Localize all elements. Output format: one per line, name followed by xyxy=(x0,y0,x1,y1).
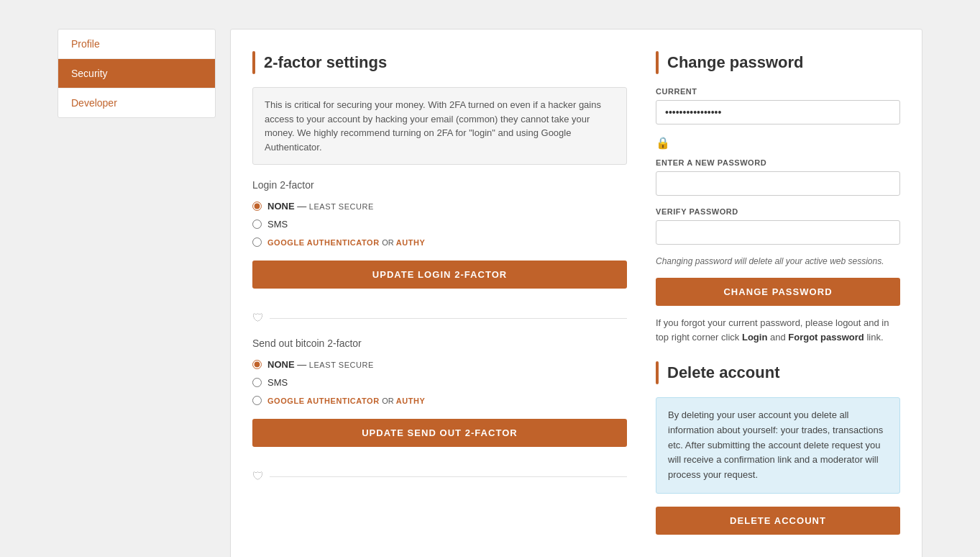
sendout-none-label: NONE — LEAST SECURE xyxy=(267,359,374,370)
verify-password-input[interactable] xyxy=(656,220,900,245)
change-password-button[interactable]: CHANGE PASSWORD xyxy=(656,278,900,306)
sendout-2fa-label: Send out bitcoin 2-factor xyxy=(252,338,627,349)
da-section-bar xyxy=(656,361,659,384)
lock-icon: 🔒 xyxy=(656,136,670,150)
two-factor-title: 2-factor settings xyxy=(264,53,387,72)
login-2fa-section: Login 2-factor NONE — LEAST SECURE SMS xyxy=(252,179,627,299)
sidebar: Profile Security Developer xyxy=(58,29,216,118)
sendout-divider: 🛡 xyxy=(252,470,627,483)
verify-password-group: VERIFY PASSWORD xyxy=(656,207,900,245)
login-none-label: NONE — LEAST SECURE xyxy=(267,201,374,212)
sidebar-item-profile[interactable]: Profile xyxy=(58,30,215,59)
sendout-2fa-section: Send out bitcoin 2-factor NONE — LEAST S… xyxy=(252,338,627,457)
sidebar-item-security[interactable]: Security xyxy=(58,59,215,89)
sendout-radio-group: NONE — LEAST SECURE SMS GOOGLE xyxy=(252,359,627,406)
sendout-none-radio[interactable] xyxy=(252,360,262,369)
sendout-ga-label: GOOGLE AUTHENTICATOR OR AUTHY xyxy=(267,395,425,406)
delete-account-info-box: By deleting your user account you delete… xyxy=(656,397,900,494)
delete-account-header: Delete account xyxy=(656,361,900,384)
delete-account-button[interactable]: DELETE ACCOUNT xyxy=(656,507,900,535)
section-bar xyxy=(252,51,255,74)
shield-icon-login: 🛡 xyxy=(252,312,264,325)
delete-account-section: Delete account By deleting your user acc… xyxy=(656,361,900,545)
cp-section-bar xyxy=(656,51,659,74)
current-password-label: CURRENT xyxy=(656,87,900,96)
login-ga-radio[interactable] xyxy=(252,237,262,247)
new-password-label: ENTER A NEW PASSWORD xyxy=(656,158,900,167)
lock-icon-row: 🔒 xyxy=(656,136,900,150)
sendout-ga-radio[interactable] xyxy=(252,396,262,405)
forgot-password-text: If you forgot your current password, ple… xyxy=(656,316,900,344)
main-content: 2-factor settings This is critical for s… xyxy=(230,29,922,557)
two-factor-info-box: This is critical for securing your money… xyxy=(252,87,627,165)
sidebar-item-developer[interactable]: Developer xyxy=(58,89,215,117)
update-login-2fa-button[interactable]: UPDATE LOGIN 2-FACTOR xyxy=(252,261,627,289)
sendout-sms-label: SMS xyxy=(267,377,288,388)
verify-password-label: VERIFY PASSWORD xyxy=(656,207,900,216)
two-factor-header: 2-factor settings xyxy=(252,51,627,74)
sendout-sms-radio[interactable] xyxy=(252,378,262,387)
login-option-sms: SMS xyxy=(252,219,627,230)
login-none-radio[interactable] xyxy=(252,201,262,211)
current-password-input[interactable] xyxy=(656,100,900,124)
login-sms-radio[interactable] xyxy=(252,219,262,229)
login-option-none: NONE — LEAST SECURE xyxy=(252,201,627,212)
change-password-title: Change password xyxy=(667,53,803,72)
right-panel: Change password CURRENT 🔒 ENTER A NEW PA… xyxy=(656,51,900,545)
sendout-option-none: NONE — LEAST SECURE xyxy=(252,359,627,370)
update-sendout-2fa-button[interactable]: UPDATE SEND OUT 2-FACTOR xyxy=(252,419,627,447)
sendout-option-ga: GOOGLE AUTHENTICATOR OR AUTHY xyxy=(252,395,627,406)
shield-icon-sendout: 🛡 xyxy=(252,470,264,483)
new-password-input[interactable] xyxy=(656,171,900,196)
login-sms-label: SMS xyxy=(267,219,288,230)
sendout-option-sms: SMS xyxy=(252,377,627,388)
two-factor-panel: 2-factor settings This is critical for s… xyxy=(252,51,627,545)
new-password-group: ENTER A NEW PASSWORD xyxy=(656,158,900,196)
change-password-note: Changing password will delete all your a… xyxy=(656,256,900,266)
change-password-section: Change password CURRENT 🔒 ENTER A NEW PA… xyxy=(656,51,900,344)
login-divider: 🛡 xyxy=(252,312,627,325)
login-2fa-label: Login 2-factor xyxy=(252,179,627,191)
change-password-header: Change password xyxy=(656,51,900,74)
delete-account-title: Delete account xyxy=(667,363,780,382)
login-option-ga: GOOGLE AUTHENTICATOR OR AUTHY xyxy=(252,237,627,248)
current-password-group: CURRENT xyxy=(656,87,900,124)
login-ga-label: GOOGLE AUTHENTICATOR OR AUTHY xyxy=(267,237,425,248)
login-radio-group: NONE — LEAST SECURE SMS GOOGLE xyxy=(252,201,627,248)
